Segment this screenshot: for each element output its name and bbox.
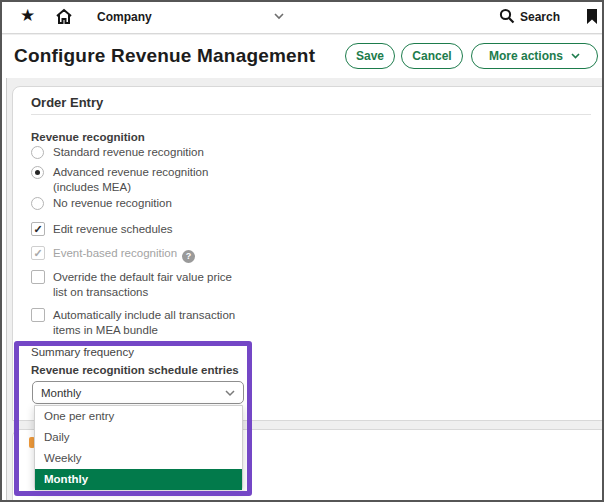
radio-label[interactable]: Standard revenue recognition [53, 146, 204, 158]
radio-label[interactable]: No revenue recognition [53, 197, 172, 209]
checkbox-label-line2: list on transactions [53, 286, 148, 298]
revenue-recognition-label: Revenue recognition [31, 131, 145, 143]
content-left-border [6, 78, 7, 502]
schedule-entries-label: Revenue recognition schedule entries [31, 364, 239, 376]
summary-frequency-label: Summary frequency [31, 346, 134, 358]
search-icon[interactable] [499, 8, 515, 24]
radio-standard-revenue-recognition[interactable] [31, 146, 44, 159]
checkbox-label[interactable]: Automatically include all transaction [53, 309, 235, 321]
chevron-down-icon [571, 53, 580, 59]
company-menu[interactable]: Company [97, 10, 152, 24]
dropdown-option-daily[interactable]: Daily [35, 427, 242, 448]
section-title: Order Entry [31, 95, 103, 110]
checkbox-label: Event-based recognition? [53, 247, 195, 263]
select-value: Monthly [41, 387, 81, 399]
configure-revenue-management-page: ★ Company Search Configure Revenue Manag… [0, 0, 604, 502]
chevron-down-icon[interactable] [274, 13, 284, 20]
page-header: Configure Revenue Management Save Cancel… [0, 35, 604, 78]
schedule-entries-select[interactable]: Monthly [32, 381, 244, 404]
checkbox-label[interactable]: Override the default fair value price [53, 271, 232, 283]
checkbox-edit-revenue-schedules[interactable]: ✓ [31, 222, 45, 236]
radio-label[interactable]: Advanced revenue recognition [53, 166, 208, 178]
radio-label-line2: (includes MEA) [53, 181, 131, 193]
chevron-down-icon [225, 390, 235, 397]
dropdown-option-one-per-entry[interactable]: One per entry [35, 406, 242, 427]
checkbox-auto-include-mea[interactable] [31, 308, 45, 322]
radio-advanced-revenue-recognition[interactable] [31, 166, 44, 179]
cancel-button[interactable]: Cancel [401, 43, 463, 69]
radio-no-revenue-recognition[interactable] [31, 197, 44, 210]
page-title: Configure Revenue Management [14, 45, 315, 67]
checkbox-event-based-recognition[interactable]: ✓ [31, 246, 45, 260]
bookmark-icon[interactable] [586, 8, 598, 25]
help-icon[interactable]: ? [182, 250, 195, 263]
schedule-entries-dropdown-list: One per entry Daily Weekly Monthly [34, 405, 243, 490]
checkbox-label-line2: items in MEA bundle [53, 324, 158, 336]
save-button[interactable]: Save [345, 43, 395, 69]
top-navigation-bar: ★ Company Search [0, 0, 604, 34]
checkbox-label-text: Event-based recognition [53, 247, 177, 259]
favorites-star-icon[interactable]: ★ [20, 5, 35, 26]
dropdown-option-monthly[interactable]: Monthly [35, 469, 242, 490]
section-divider [31, 114, 591, 115]
checkbox-override-fair-value[interactable] [31, 270, 45, 284]
order-entry-section: Order Entry Revenue recognition Standard… [12, 86, 604, 421]
dropdown-option-weekly[interactable]: Weekly [35, 448, 242, 469]
more-actions-label: More actions [489, 49, 563, 63]
more-actions-button[interactable]: More actions [471, 43, 598, 69]
search-label[interactable]: Search [520, 10, 560, 24]
checkbox-label[interactable]: Edit revenue schedules [53, 223, 173, 235]
home-icon[interactable] [55, 8, 73, 25]
